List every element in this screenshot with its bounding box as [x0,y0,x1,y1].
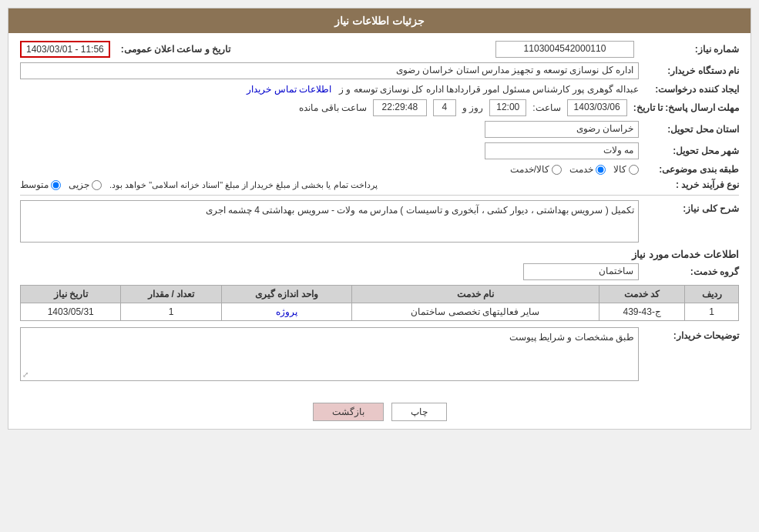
tabaqe-kala[interactable]: کالا [613,164,639,175]
shomara-niaz-value: 1103004542000110 [495,41,634,58]
nooe-farayand-label: نوع فرآیند خرید : [639,179,739,190]
mohlat-time: 12:00 [489,99,526,116]
mohlat-rooz-label: روز و [462,102,483,113]
ostan-value: خراسان رضوی [485,121,639,138]
mohlat-time-label: ساعت: [532,102,560,113]
mohlat-label: مهلت ارسال پاسخ: تا تاریخ: [627,102,739,113]
khadamat-section-title: اطلاعات خدمات مورد نیاز [20,249,739,260]
name-dastgah-value: اداره کل نوسازی توسعه و تجهیز مدارس استا… [20,62,639,79]
farayand-jozi[interactable]: جزیی [69,179,102,190]
date-announce-label: تاریخ و ساعت اعلان عمومی: [115,44,230,55]
ejad-konande-value: عبداله گوهری پور کارشناس مسئول امور قرار… [339,84,639,95]
back-button[interactable]: بازگشت [313,403,384,421]
cell-code: ج-43-439 [599,303,685,321]
ostan-label: استان محل تحویل: [639,124,739,135]
cell-radif: 1 [685,303,739,321]
gorooh-khedmat-label: گروه خدمت: [639,266,739,277]
cell-quantity: 1 [121,303,221,321]
shomara-niaz-label: شماره نیاز: [639,44,739,55]
tawsif-value: طبق مشخصات و شرایط پیوست ⤢ [20,327,639,381]
col-quantity: تعداد / مقدار [121,286,221,303]
sharh-label: شرح کلی نیاز: [639,200,739,214]
tabaqe-khedmat[interactable]: خدمت [569,164,606,175]
col-unit: واحد اندازه گیری [221,286,351,303]
cell-unit: پروژه [221,303,351,321]
nooe-farayand-note: پرداخت تمام یا بخشی از مبلغ خریدار از مب… [109,180,378,190]
resize-handle: ⤢ [22,370,29,379]
tabaqe-label: طبقه بندی موضوعی: [639,164,739,175]
cell-date: 1403/05/31 [21,303,121,321]
mohlat-date: 1403/03/06 [567,99,627,116]
page-title: جزئیات اطلاعات نیاز [8,8,751,33]
tabaqe-kala-khedmat[interactable]: کالا/خدمت [510,164,562,175]
date-announce-value: 1403/03/01 - 11:56 [20,41,110,58]
mohlat-rooz-value: 4 [433,99,456,116]
col-radif: ردیف [685,286,739,303]
col-name: نام خدمت [351,286,599,303]
cell-name: سایر فعالیتهای تخصصی ساختمان [351,303,599,321]
services-table: ردیف کد خدمت نام خدمت واحد اندازه گیری ت… [20,285,739,321]
shahr-value: مه ولات [485,142,639,159]
col-code: کد خدمت [599,286,685,303]
farayand-motevaset[interactable]: متوسط [20,179,61,190]
ettelaat-tamas-link[interactable]: اطلاعات تماس خریدار [247,84,331,95]
gorooh-khedmat-value: ساختمان [523,263,639,280]
sharh-value: تکمیل ( سرویس بهداشتی ، دیوار کشی ، آبخو… [20,200,639,243]
print-button[interactable]: چاپ [391,403,447,421]
table-row: 1 ج-43-439 سایر فعالیتهای تخصصی ساختمان … [21,303,739,321]
col-date: تاریخ نیاز [21,286,121,303]
tawsif-label: توضیحات خریدار: [639,327,739,341]
mohlat-remaining-label: ساعت باقی مانده [299,102,367,113]
name-dastgah-label: نام دستگاه خریدار: [639,65,739,76]
shahr-label: شهر محل تحویل: [639,146,739,156]
ejad-konande-label: ایجاد کننده درخواست: [639,84,739,95]
mohlat-remaining-time: 22:29:48 [373,99,427,116]
